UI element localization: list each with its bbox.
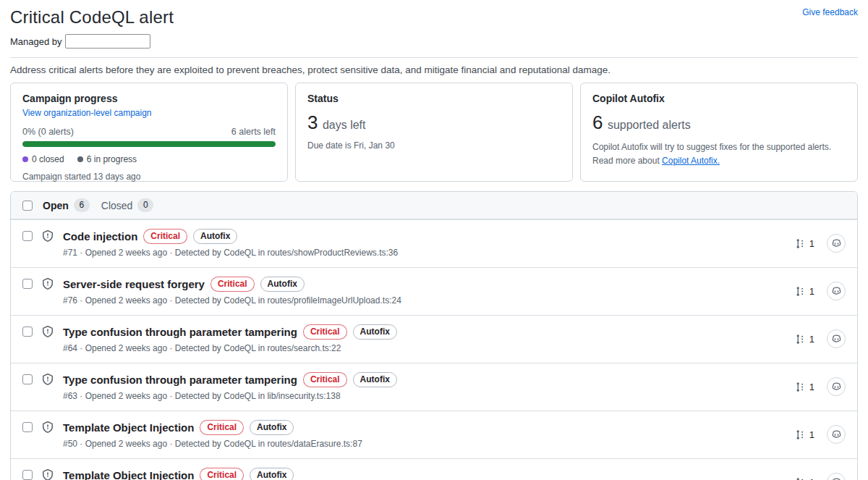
days-left-number: 3: [307, 111, 318, 133]
branches-icon: [795, 334, 806, 345]
alert-row: Template Object Injection Critical Autof…: [11, 458, 857, 480]
alert-title-link[interactable]: Type confusion through parameter tamperi…: [63, 326, 297, 338]
progress-percent-label: 0% (0 alerts): [22, 127, 74, 137]
page-title: Critical CodeQL alert: [10, 7, 858, 28]
copilot-icon[interactable]: [827, 377, 846, 396]
campaign-started-label: Campaign started 13 days ago: [22, 172, 276, 182]
alert-title-link[interactable]: Type confusion through parameter tamperi…: [63, 374, 297, 386]
autofix-description: Copilot Autofix will try to suggest fixe…: [592, 140, 846, 167]
copilot-icon[interactable]: [827, 329, 846, 348]
autofix-badge[interactable]: Autofix: [260, 277, 305, 292]
alert-row: Type confusion through parameter tamperi…: [11, 363, 857, 410]
alerts-list-header: Open 6 Closed 0: [11, 192, 857, 219]
closed-count-badge: 0: [137, 198, 153, 212]
summary-cards: Campaign progress View organization-leve…: [10, 83, 858, 182]
page: Give feedback Critical CodeQL alert Mana…: [0, 0, 868, 480]
severity-badge[interactable]: Critical: [303, 324, 347, 340]
status-card: Status 3 days left Due date is Fri, Jan …: [295, 83, 573, 182]
alert-title-link[interactable]: Code injection: [63, 230, 137, 243]
alert-title-link[interactable]: Template Object Injection: [63, 469, 194, 480]
autofix-badge[interactable]: Autofix: [250, 468, 294, 480]
shield-alert-icon: [42, 374, 54, 385]
closed-dot-icon: [22, 156, 28, 162]
alert-meta: #64 · Opened 2 weeks ago · Detected by C…: [63, 343, 397, 353]
copilot-icon[interactable]: [827, 234, 846, 253]
branches-icon: [795, 382, 806, 392]
in-progress-dot-icon: [77, 156, 83, 162]
copilot-autofix-title: Copilot Autofix: [592, 93, 846, 104]
severity-badge[interactable]: Critical: [210, 277, 255, 292]
give-feedback-link[interactable]: Give feedback: [802, 7, 858, 17]
due-date-label: Due date is Fri, Jan 30: [307, 140, 561, 151]
alert-checkbox[interactable]: [22, 327, 33, 337]
alert-row: Type confusion through parameter tamperi…: [11, 315, 857, 363]
alert-meta: #76 · Opened 2 weeks ago · Detected by C…: [63, 295, 401, 306]
legend-closed-label: 0 closed: [32, 154, 64, 164]
autofix-badge[interactable]: Autofix: [193, 229, 237, 244]
alert-title-link[interactable]: Template Object Injection: [63, 421, 194, 434]
autofix-badge[interactable]: Autofix: [353, 372, 397, 387]
alert-meta: #71 · Opened 2 weeks ago · Detected by C…: [63, 248, 398, 258]
branch-count[interactable]: 1: [809, 238, 814, 249]
org-campaign-link[interactable]: View organization-level campaign: [22, 108, 152, 118]
branch-count[interactable]: 1: [809, 477, 814, 480]
alert-row: Server-side request forgery Critical Aut…: [11, 267, 857, 315]
status-title: Status: [307, 93, 561, 104]
alert-row: Code injection Critical Autofix #71 · Op…: [11, 219, 857, 267]
branch-count[interactable]: 1: [809, 382, 814, 392]
autofix-badge[interactable]: Autofix: [250, 420, 294, 435]
copilot-icon[interactable]: [827, 282, 846, 300]
severity-badge[interactable]: Critical: [200, 468, 244, 480]
supported-alerts-label: supported alerts: [608, 119, 691, 131]
campaign-progress-card: Campaign progress View organization-leve…: [10, 83, 288, 182]
autofix-badge[interactable]: Autofix: [353, 324, 397, 340]
copilot-icon[interactable]: [827, 425, 846, 444]
managed-by-label: Managed by: [10, 36, 62, 47]
severity-badge[interactable]: Critical: [200, 420, 244, 435]
alert-checkbox[interactable]: [22, 470, 33, 480]
shield-alert-icon: [42, 278, 54, 290]
alert-checkbox[interactable]: [22, 374, 33, 384]
tab-open[interactable]: Open 6: [43, 198, 90, 212]
tab-closed[interactable]: Closed 0: [101, 198, 154, 212]
days-left-label: days left: [323, 119, 366, 131]
alert-checkbox[interactable]: [22, 279, 33, 289]
alerts-list: Open 6 Closed 0 Code injection Critical …: [10, 191, 858, 480]
branch-count[interactable]: 1: [809, 334, 814, 345]
supported-alerts-number: 6: [592, 111, 603, 133]
alert-meta: #50 · Opened 2 weeks ago · Detected by C…: [63, 439, 362, 449]
open-count-badge: 6: [74, 198, 90, 212]
copilot-autofix-card: Copilot Autofix 6 supported alerts Copil…: [580, 83, 858, 182]
tab-open-label: Open: [43, 200, 69, 211]
tab-closed-label: Closed: [101, 200, 133, 211]
branches-icon: [795, 286, 806, 297]
header-divider: [10, 57, 858, 58]
legend-in-progress-label: 6 in progress: [87, 154, 137, 164]
alerts-left-label: 6 alerts left: [231, 127, 276, 137]
campaign-description: Address critical alerts before they are …: [10, 64, 858, 75]
alert-row: Template Object Injection Critical Autof…: [11, 410, 857, 458]
select-all-checkbox[interactable]: [22, 201, 33, 211]
severity-badge[interactable]: Critical: [143, 229, 187, 244]
shield-alert-icon: [42, 230, 54, 242]
shield-alert-icon: [42, 421, 54, 433]
branch-count[interactable]: 1: [809, 429, 814, 440]
alert-checkbox[interactable]: [22, 231, 33, 241]
progress-bar-fill: [22, 141, 276, 147]
branches-icon: [795, 429, 806, 440]
severity-badge[interactable]: Critical: [303, 372, 347, 387]
copilot-icon[interactable]: [827, 473, 846, 480]
branch-count[interactable]: 1: [809, 286, 814, 297]
managed-by-row: Managed by: [10, 34, 858, 49]
progress-legend: 0 closed 6 in progress: [22, 154, 276, 164]
alert-title-link[interactable]: Server-side request forgery: [63, 278, 205, 290]
alert-meta: #63 · Opened 2 weeks ago · Detected by C…: [63, 391, 397, 401]
managed-by-input[interactable]: [65, 34, 150, 49]
shield-alert-icon: [42, 326, 54, 337]
branches-icon: [795, 477, 806, 480]
branches-icon: [795, 238, 806, 249]
shield-alert-icon: [42, 469, 54, 480]
campaign-progress-title: Campaign progress: [22, 93, 276, 104]
alert-checkbox[interactable]: [22, 422, 33, 432]
copilot-autofix-link[interactable]: Copilot Autofix.: [662, 156, 720, 166]
